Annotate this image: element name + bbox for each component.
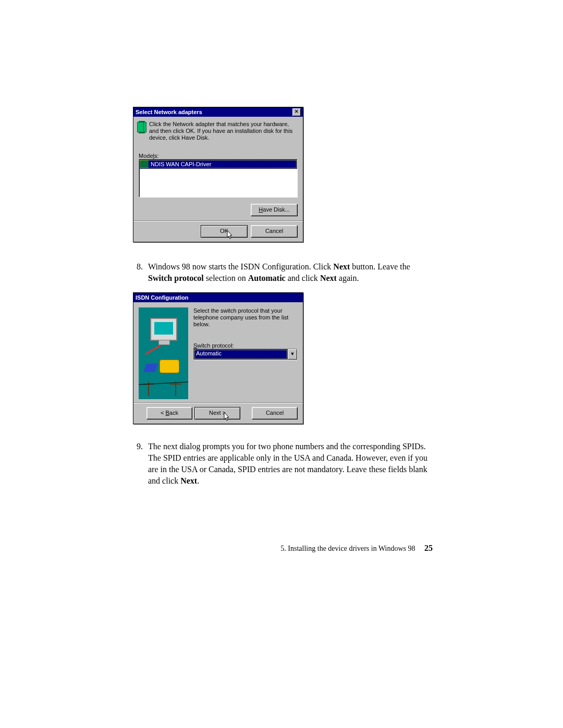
- step-number: 8.: [130, 261, 143, 284]
- wizard-image: [139, 307, 188, 399]
- switch-protocol-label: Switch protocol:: [193, 342, 298, 349]
- step-number: 9.: [130, 441, 143, 487]
- cancel-button[interactable]: Cancel: [251, 225, 298, 238]
- list-item-label: NDIS WAN CAPI-Driver: [151, 161, 211, 167]
- step-8: 8. Windows 98 now starts the ISDN Config…: [130, 261, 433, 284]
- page-content: Select Network adapters ✕ Click the Netw…: [130, 107, 433, 495]
- next-button[interactable]: Next >: [194, 407, 240, 419]
- footer-section: 5. Installing the device drivers in Wind…: [280, 545, 415, 552]
- dialog-titlebar: ISDN Configuration: [133, 293, 303, 302]
- cancel-button[interactable]: Cancel: [252, 407, 298, 419]
- dialog-title: ISDN Configuration: [136, 294, 188, 301]
- dropdown-value: Automatic: [194, 349, 288, 360]
- adapter-icon: [139, 121, 145, 133]
- select-network-adapters-dialog: Select Network adapters ✕ Click the Netw…: [133, 107, 303, 242]
- step-body: The next dialog prompts you for two phon…: [148, 441, 433, 487]
- models-label: Models:: [139, 153, 298, 159]
- step-body: Windows 98 now starts the ISDN Configura…: [148, 261, 433, 284]
- dialog-title: Select Network adapters: [136, 109, 202, 115]
- dialog-titlebar: Select Network adapters ✕: [133, 107, 303, 117]
- driver-icon: [140, 160, 149, 168]
- page-number: 25: [424, 544, 433, 552]
- step-9: 9. The next dialog prompts you for two p…: [130, 441, 433, 487]
- chevron-down-icon[interactable]: ▼: [288, 349, 297, 360]
- list-item[interactable]: NDIS WAN CAPI-Driver: [139, 159, 297, 169]
- dialog-prompt-text: Select the switch protocol that your tel…: [193, 307, 298, 328]
- switch-protocol-dropdown[interactable]: Automatic ▼: [193, 349, 298, 360]
- page-footer: 5. Installing the device drivers in Wind…: [156, 544, 433, 553]
- close-icon[interactable]: ✕: [292, 108, 301, 116]
- back-button[interactable]: < Back: [146, 407, 192, 419]
- dialog-hint-text: Click the Network adapter that matches y…: [149, 121, 298, 141]
- have-disk-button[interactable]: Have Disk...: [251, 204, 298, 216]
- models-listbox[interactable]: NDIS WAN CAPI-Driver: [139, 159, 298, 198]
- ok-button[interactable]: OK: [201, 225, 248, 238]
- isdn-configuration-dialog: ISDN Configuration Select the switch pro…: [133, 292, 303, 424]
